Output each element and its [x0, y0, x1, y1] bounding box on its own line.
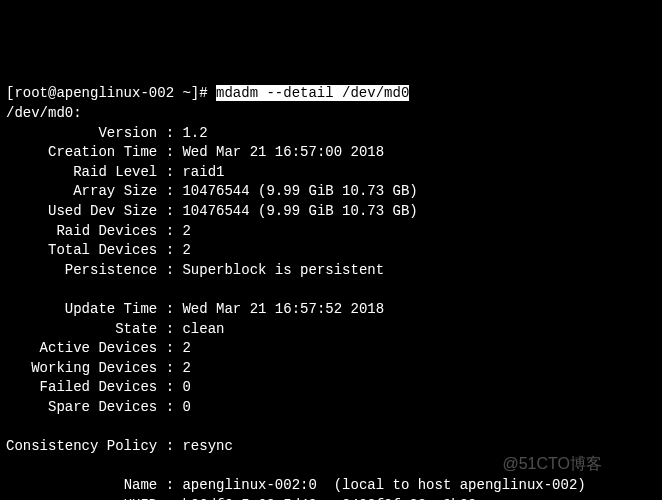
terminal-output: [root@apenglinux-002 ~]# mdadm --detail … — [6, 84, 656, 500]
watermark-text: @51CTO博客 — [502, 453, 602, 475]
detail-row: State : clean — [6, 321, 224, 337]
detail-row: Working Devices : 2 — [6, 360, 191, 376]
detail-row: Name : apenglinux-002:0 (local to host a… — [6, 477, 586, 493]
command-text: mdadm --detail /dev/md0 — [216, 85, 409, 101]
detail-row: Persistence : Superblock is persistent — [6, 262, 384, 278]
detail-row: Consistency Policy : resync — [6, 438, 233, 454]
detail-row: Creation Time : Wed Mar 21 16:57:00 2018 — [6, 144, 384, 160]
prompt-user-host: [root@apenglinux-002 ~]# — [6, 85, 216, 101]
detail-row: Raid Devices : 2 — [6, 223, 191, 239]
prompt-line: [root@apenglinux-002 ~]# mdadm --detail … — [6, 85, 409, 101]
detail-row: Used Dev Size : 10476544 (9.99 GiB 10.73… — [6, 203, 418, 219]
device-path: /dev/md0: — [6, 105, 82, 121]
detail-row: Total Devices : 2 — [6, 242, 191, 258]
detail-row: Raid Level : raid1 — [6, 164, 224, 180]
detail-row: Array Size : 10476544 (9.99 GiB 10.73 GB… — [6, 183, 418, 199]
detail-row: Spare Devices : 0 — [6, 399, 191, 415]
detail-row: Update Time : Wed Mar 21 16:57:52 2018 — [6, 301, 384, 317]
detail-row: Version : 1.2 — [6, 125, 208, 141]
detail-row: Active Devices : 2 — [6, 340, 191, 356]
detail-row: Failed Devices : 0 — [6, 379, 191, 395]
